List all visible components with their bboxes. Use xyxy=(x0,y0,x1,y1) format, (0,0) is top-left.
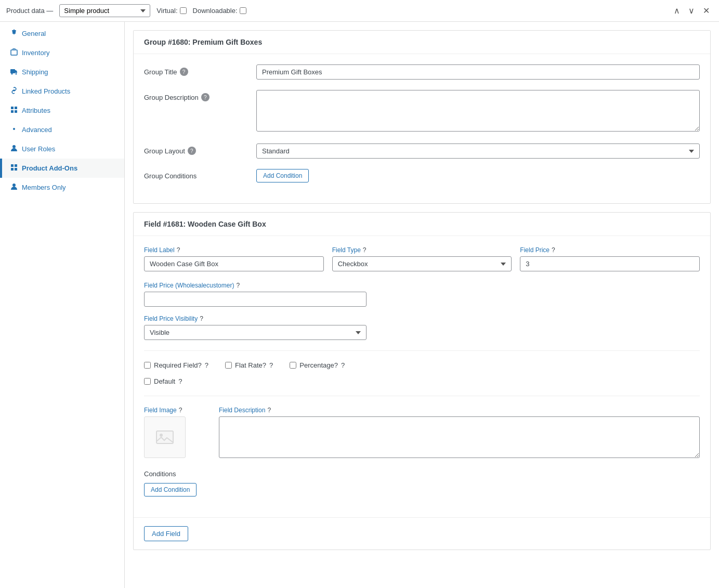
percentage-checkbox[interactable] xyxy=(290,362,296,369)
field-label-type-price-row: Field Label ? Field Type ? Checkbox Mult… xyxy=(144,246,700,271)
field-wholesale-input[interactable] xyxy=(144,292,367,307)
svg-point-9 xyxy=(12,145,16,148)
sidebar-item-product-add-ons[interactable]: Product Add-Ons xyxy=(0,159,124,178)
svg-rect-0 xyxy=(11,50,17,55)
arrow-close-button[interactable]: ✕ xyxy=(700,5,713,17)
svg-rect-4 xyxy=(11,107,14,109)
sidebar-item-linked-products-label: Linked Products xyxy=(22,87,70,95)
sidebar-item-user-roles[interactable]: User Roles xyxy=(0,139,124,159)
sidebar-item-attributes-label: Attributes xyxy=(22,107,50,114)
inventory-icon xyxy=(10,48,18,57)
group-description-textarea[interactable] xyxy=(256,90,700,132)
default-help-icon[interactable]: ? xyxy=(178,377,182,385)
group-title-row: Group Title ? xyxy=(144,64,700,80)
sidebar-item-shipping[interactable]: Shipping xyxy=(0,62,124,82)
virtual-checkbox[interactable] xyxy=(180,7,187,14)
required-field-checkbox[interactable] xyxy=(144,362,151,369)
field-type-col: Field Type ? Checkbox Multiple Choice Ad… xyxy=(332,246,512,271)
arrow-down-button[interactable]: ∨ xyxy=(685,5,698,17)
sidebar-item-inventory[interactable]: Inventory xyxy=(0,43,124,62)
group-add-condition-button[interactable]: Add Condition xyxy=(256,169,309,182)
field-label-input[interactable] xyxy=(144,256,324,271)
sidebar-item-product-add-ons-label: Product Add-Ons xyxy=(22,164,77,172)
field-description-textarea[interactable] xyxy=(219,416,700,458)
group-header-text: Group #1680: Premium Gift Boxes xyxy=(144,38,262,46)
field-label-label: Field Label ? xyxy=(144,246,324,254)
top-bar: Product data — Simple product Grouped pr… xyxy=(0,0,719,22)
field-price-col: Field Price ? xyxy=(520,246,700,271)
field-visibility-label: Field Price Visibility ? xyxy=(144,315,700,322)
group-header: Group #1680: Premium Gift Boxes xyxy=(134,31,710,54)
sidebar-item-general-label: General xyxy=(22,30,46,37)
percentage-checkbox-item: Percentage? ? xyxy=(290,361,345,369)
field-visibility-help-icon[interactable]: ? xyxy=(200,315,203,322)
sidebar-item-attributes[interactable]: Attributes xyxy=(0,101,124,120)
svg-point-14 xyxy=(12,184,16,187)
sidebar-item-linked-products[interactable]: Linked Products xyxy=(0,82,124,101)
svg-rect-12 xyxy=(11,168,14,171)
flat-rate-label: Flat Rate? xyxy=(235,361,266,369)
field-description-help-icon[interactable]: ? xyxy=(267,407,271,414)
field-description-label: Field Description ? xyxy=(219,407,700,414)
field-price-help-icon[interactable]: ? xyxy=(552,246,555,254)
field-image-placeholder[interactable] xyxy=(144,416,186,458)
product-type-select[interactable]: Simple product Grouped product External/… xyxy=(59,4,150,17)
field-price-input[interactable] xyxy=(520,256,700,271)
add-field-button[interactable]: Add Field xyxy=(144,526,188,541)
divider-1 xyxy=(144,350,700,351)
linked-products-icon xyxy=(10,87,18,96)
sidebar-item-general[interactable]: General xyxy=(0,24,124,43)
virtual-field: Virtual: xyxy=(156,7,186,15)
group-title-help-icon[interactable]: ? xyxy=(180,68,188,76)
field-image-help-icon[interactable]: ? xyxy=(179,407,182,414)
field-visibility-select[interactable]: Visible Hidden Hidden (Label Only) xyxy=(144,325,367,340)
svg-point-3 xyxy=(16,73,17,75)
checkboxes-row-1: Required Field? ? Flat Rate? ? Percentag… xyxy=(144,361,700,369)
field-wholesale-label: Field Price (Wholesalecustomer) ? xyxy=(144,282,700,289)
group-title-input[interactable] xyxy=(256,64,700,80)
virtual-label: Virtual: xyxy=(156,7,177,15)
group-title-label: Group Title ? xyxy=(144,64,248,76)
percentage-help-icon[interactable]: ? xyxy=(341,361,345,369)
field-section: Field #1681: Wooden Case Gift Box Field … xyxy=(133,212,711,550)
group-layout-row: Group Layout ? Standard List Radiobutton… xyxy=(144,143,700,159)
field-type-label: Field Type ? xyxy=(332,246,512,254)
divider-2 xyxy=(144,396,700,396)
svg-rect-6 xyxy=(11,110,14,113)
checkboxes-row-2: Default ? xyxy=(144,377,700,385)
sidebar-item-members-only[interactable]: Members Only xyxy=(0,178,124,197)
required-help-icon[interactable]: ? xyxy=(205,361,208,369)
group-description-row: Group Description ? xyxy=(144,90,700,133)
group-body: Group Title ? Group Description ? xyxy=(134,54,710,203)
image-description-row: Field Image ? Fie xyxy=(144,407,700,460)
required-field-label: Required Field? xyxy=(154,361,202,369)
field-add-condition-button[interactable]: Add Condition xyxy=(144,483,197,496)
flat-rate-checkbox[interactable] xyxy=(225,362,232,369)
field-body: Field Label ? Field Type ? Checkbox Mult… xyxy=(134,236,710,517)
sidebar-item-advanced-label: Advanced xyxy=(22,126,52,134)
flat-rate-checkbox-item: Flat Rate? ? xyxy=(225,361,273,369)
sidebar-item-shipping-label: Shipping xyxy=(22,68,48,76)
group-description-help-icon[interactable]: ? xyxy=(201,93,210,101)
general-icon xyxy=(10,29,18,38)
field-type-select[interactable]: Checkbox Multiple Choice Add-on Price Cu… xyxy=(332,256,512,271)
group-layout-select[interactable]: Standard List Radiobutton Select xyxy=(256,143,700,159)
field-type-help-icon[interactable]: ? xyxy=(363,246,367,254)
group-conditions-row: Group Conditions Add Condition xyxy=(144,169,700,182)
members-only-icon xyxy=(10,183,18,192)
arrow-up-button[interactable]: ∧ xyxy=(671,5,683,17)
downloadable-field: Downloadable: xyxy=(193,7,246,15)
field-price-label: Field Price ? xyxy=(520,246,700,254)
flat-rate-help-icon[interactable]: ? xyxy=(269,361,273,369)
group-description-label: Group Description ? xyxy=(144,90,248,101)
required-field-checkbox-item: Required Field? ? xyxy=(144,361,208,369)
group-layout-help-icon[interactable]: ? xyxy=(188,147,196,155)
default-checkbox[interactable] xyxy=(144,378,151,385)
field-wholesale-help-icon[interactable]: ? xyxy=(236,282,240,289)
svg-rect-13 xyxy=(15,168,17,171)
downloadable-checkbox[interactable] xyxy=(240,7,246,14)
field-label-help-icon[interactable]: ? xyxy=(177,246,180,254)
sidebar-item-advanced[interactable]: Advanced xyxy=(0,120,124,139)
default-checkbox-item: Default ? xyxy=(144,377,182,385)
svg-rect-11 xyxy=(15,164,17,167)
